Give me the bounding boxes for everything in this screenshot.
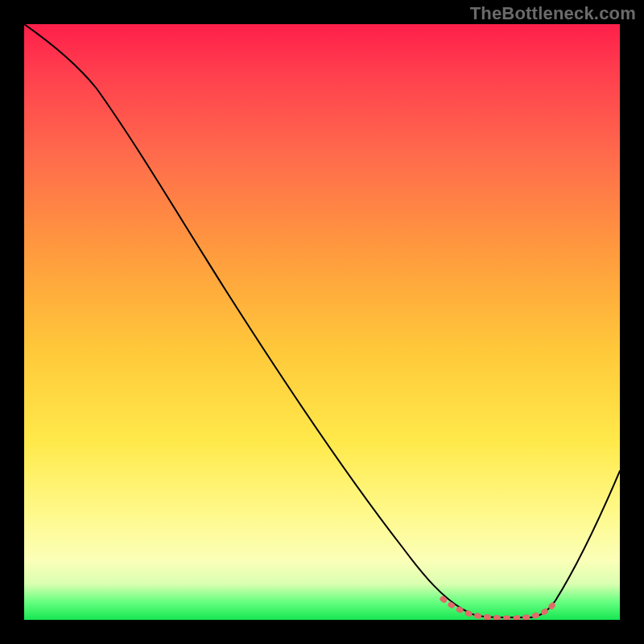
chart-overlay xyxy=(24,24,620,620)
chart-root: TheBottleneck.com xyxy=(0,0,644,644)
valley-highlight xyxy=(443,599,555,618)
bottleneck-curve xyxy=(24,24,620,617)
plot-area xyxy=(24,24,620,620)
watermark-text: TheBottleneck.com xyxy=(470,3,636,24)
